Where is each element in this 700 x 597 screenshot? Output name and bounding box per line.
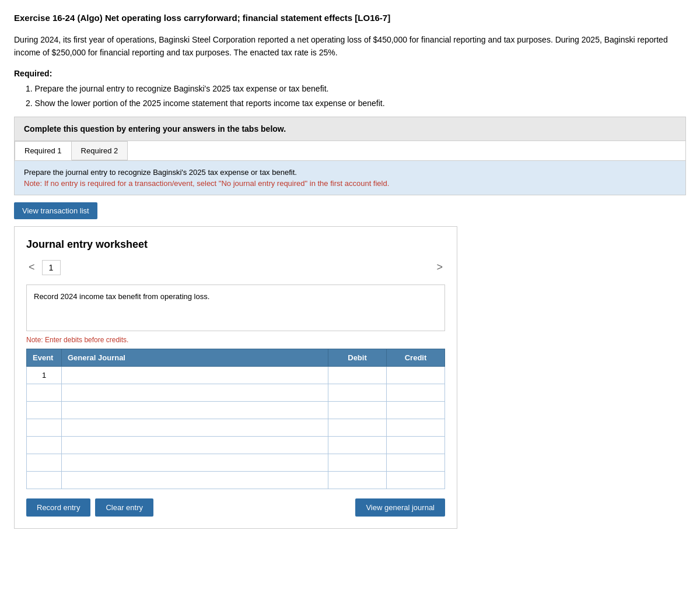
debit-input[interactable]: [328, 472, 386, 489]
debit-cell[interactable]: [328, 384, 387, 401]
debit-input[interactable]: [328, 402, 386, 419]
journal-input[interactable]: [62, 472, 328, 489]
table-row: [27, 436, 445, 454]
credit-cell[interactable]: [387, 366, 445, 384]
table-row: [27, 401, 445, 419]
journal-input[interactable]: [62, 419, 328, 436]
nav-left: < 1: [26, 260, 61, 275]
credit-input[interactable]: [387, 472, 444, 489]
journal-input[interactable]: [62, 454, 328, 471]
nav-prev-button[interactable]: <: [26, 261, 37, 273]
credit-cell[interactable]: [387, 436, 445, 454]
page-number: 1: [42, 260, 61, 275]
debit-input[interactable]: [328, 367, 386, 384]
col-header-journal: General Journal: [62, 349, 328, 366]
worksheet-nav: < 1 >: [26, 260, 445, 275]
table-row: [27, 384, 445, 401]
event-cell: 1: [27, 366, 62, 384]
credit-cell[interactable]: [387, 454, 445, 471]
journal-cell[interactable]: [62, 471, 328, 489]
tabs-row: Required 1 Required 2: [15, 141, 685, 160]
event-cell: [27, 471, 62, 489]
debit-input[interactable]: [328, 384, 386, 401]
record-entry-button[interactable]: Record entry: [26, 498, 90, 517]
debit-cell[interactable]: [328, 419, 387, 436]
event-cell: [27, 419, 62, 436]
worksheet-container: Journal entry worksheet < 1 > Record 202…: [14, 226, 457, 529]
col-header-credit: Credit: [387, 349, 445, 366]
debit-cell[interactable]: [328, 454, 387, 471]
intro-text: During 2024, its first year of operation…: [14, 33, 686, 59]
tab-required-1[interactable]: Required 1: [15, 141, 72, 160]
view-transaction-button[interactable]: View transaction list: [14, 202, 97, 219]
credit-input[interactable]: [387, 402, 444, 419]
required-label: Required:: [14, 69, 686, 78]
credit-cell[interactable]: [387, 384, 445, 401]
debit-cell[interactable]: [328, 471, 387, 489]
col-header-event: Event: [27, 349, 62, 366]
event-cell: [27, 454, 62, 471]
debit-cell[interactable]: [328, 436, 387, 454]
credit-input[interactable]: [387, 384, 444, 401]
tabs-container: Required 1 Required 2: [14, 141, 686, 161]
journal-input[interactable]: [62, 402, 328, 419]
tab-instruction: Prepare the journal entry to recognize B…: [24, 168, 676, 177]
col-header-debit: Debit: [328, 349, 387, 366]
worksheet-title: Journal entry worksheet: [26, 238, 445, 251]
tab-required-2[interactable]: Required 2: [71, 141, 128, 160]
nav-next-button[interactable]: >: [434, 261, 445, 273]
view-general-journal-button[interactable]: View general journal: [355, 498, 445, 517]
credit-input[interactable]: [387, 367, 444, 384]
credit-cell[interactable]: [387, 401, 445, 419]
journal-cell[interactable]: [62, 436, 328, 454]
table-row: [27, 471, 445, 489]
tab-note: Note: If no entry is required for a tran…: [24, 179, 676, 188]
complete-box: Complete this question by entering your …: [14, 117, 686, 141]
credit-input[interactable]: [387, 419, 444, 436]
table-row: 1: [27, 366, 445, 384]
clear-entry-button[interactable]: Clear entry: [95, 498, 153, 517]
debit-cell[interactable]: [328, 366, 387, 384]
event-cell: [27, 401, 62, 419]
tab-content: Prepare the journal entry to recognize B…: [14, 161, 686, 195]
credit-cell[interactable]: [387, 419, 445, 436]
credit-input[interactable]: [387, 437, 444, 454]
note-debits: Note: Enter debits before credits.: [26, 336, 445, 344]
debit-input[interactable]: [328, 419, 386, 436]
journal-input[interactable]: [62, 367, 328, 384]
action-buttons: Record entry Clear entry View general jo…: [26, 498, 445, 517]
journal-cell[interactable]: [62, 401, 328, 419]
journal-input[interactable]: [62, 384, 328, 401]
credit-cell[interactable]: [387, 471, 445, 489]
description-box: Record 2024 income tax benefit from oper…: [26, 285, 445, 331]
debit-cell[interactable]: [328, 401, 387, 419]
table-row: [27, 419, 445, 436]
journal-cell[interactable]: [62, 384, 328, 401]
exercise-title: Exercise 16-24 (Algo) Net operating loss…: [14, 12, 686, 24]
required-section: Required: 1. Prepare the journal entry t…: [14, 69, 686, 110]
required-item-2: 2. Show the lower portion of the 2025 in…: [26, 97, 686, 110]
journal-cell[interactable]: [62, 419, 328, 436]
event-cell: [27, 384, 62, 401]
event-cell: [27, 436, 62, 454]
credit-input[interactable]: [387, 454, 444, 471]
journal-input[interactable]: [62, 437, 328, 454]
required-item-1: 1. Prepare the journal entry to recogniz…: [26, 83, 686, 95]
required-items: 1. Prepare the journal entry to recogniz…: [26, 83, 686, 110]
debit-input[interactable]: [328, 454, 386, 471]
table-row: [27, 454, 445, 471]
journal-cell[interactable]: [62, 366, 328, 384]
debit-input[interactable]: [328, 437, 386, 454]
journal-table: Event General Journal Debit Credit 1: [26, 349, 445, 489]
journal-cell[interactable]: [62, 454, 328, 471]
